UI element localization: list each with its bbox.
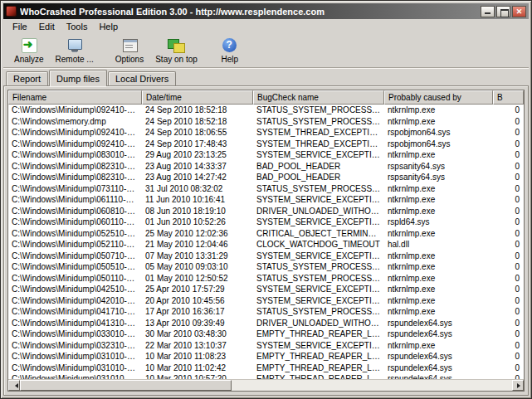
table-cell: ntkrnlmp.exe [384,251,493,262]
table-cell: 0 [493,373,524,379]
menu-bar: FileEditToolsHelp [3,19,529,34]
table-row[interactable]: C:\Windows\Minidump\060810-2036...08 Jun… [8,206,524,217]
table-row[interactable]: C:\Windows\memory.dmp24 Sep 2010 18:52:1… [8,116,524,128]
table-cell: 10 Mar 2010 11:02:42 [142,363,253,374]
tab-dump-files[interactable]: Dump files [49,70,107,86]
menu-help[interactable]: Help [93,20,124,33]
help-button[interactable]: Help [213,35,246,66]
table-row[interactable]: C:\Windows\Minidump\041310-2675...13 Apr… [8,318,524,329]
table-cell: 0 [493,172,524,183]
table-row[interactable]: C:\Windows\Minidump\050110-2257...01 May… [8,273,524,285]
tab-strip: ReportDump filesLocal Drivers [3,68,529,86]
close-button[interactable] [512,6,526,17]
table-row[interactable]: C:\Windows\Minidump\092410-2154...24 Sep… [8,105,524,116]
table-cell: C:\Windows\Minidump\041710-2463... [8,306,142,318]
options-button[interactable]: Options [110,35,149,66]
table-cell: 17 Apr 2010 16:36:17 [142,306,253,318]
column-header-bugcheck-name[interactable]: BugCheck name [253,90,384,105]
table-row[interactable]: C:\Windows\Minidump\092410-2361...24 Sep… [8,139,524,150]
table-row[interactable]: C:\Windows\Minidump\052110-2581...21 May… [8,239,524,251]
table-cell: 13 Apr 2010 09:39:49 [142,318,253,329]
table-row[interactable]: C:\Windows\Minidump\050510-2400...05 May… [8,261,524,273]
table-row[interactable]: C:\Windows\Minidump\060110-2341...01 Jun… [8,217,524,228]
table-row[interactable]: C:\Windows\Minidump\082310-2269...23 Aug… [8,172,524,183]
tab-report[interactable]: Report [6,71,48,85]
table-cell: 25 May 2010 12:02:36 [142,228,253,240]
column-header-date-time[interactable]: Date/time [142,90,253,105]
table-cell: 08 Jun 2010 18:19:10 [142,206,253,217]
table-row[interactable]: C:\Windows\Minidump\092410-1828...24 Sep… [8,127,524,139]
table-cell: 01 May 2010 12:50:52 [142,273,253,285]
table-cell: ntkrnlmp.exe [384,228,493,240]
table-cell: C:\Windows\Minidump\082310-2269... [8,172,142,183]
window-title: WhoCrashed Professional Edition 3.00 - h… [20,7,477,17]
table-row[interactable]: C:\Windows\Minidump\082310-2549...23 Aug… [8,161,524,173]
table-cell: C:\Windows\Minidump\092410-2154... [8,105,142,116]
table-cell: rspsanity64.sys [384,172,493,183]
maximize-button[interactable] [496,6,510,17]
table-cell: STATUS_SYSTEM_PROCESS_TERMI... [253,183,384,195]
table-cell: C:\Windows\Minidump\052510-2182... [8,228,142,240]
table-cell: SYSTEM_SERVICE_EXCEPTION [253,340,384,352]
menu-file[interactable]: File [7,20,33,33]
table-row[interactable]: C:\Windows\Minidump\073110-1552...31 Jul… [8,183,524,195]
table-cell: 0 [493,273,524,285]
column-header-b[interactable]: B [493,90,524,105]
remote-button[interactable]: Remote ... [50,35,100,66]
table-cell: SYSTEM_SERVICE_EXCEPTION [253,217,384,228]
table-cell: DRIVER_UNLOADED_WITHOUT_CA... [253,318,384,329]
table-cell: 0 [493,139,524,150]
menu-tools[interactable]: Tools [61,20,94,33]
table-cell: 24 Sep 2010 18:06:55 [142,127,253,139]
scroll-right-button[interactable] [512,380,524,391]
analyze-button[interactable]: Analyze [8,35,50,66]
table-row[interactable]: C:\Windows\Minidump\041710-2463...17 Apr… [8,306,524,318]
table-cell: ntkrnlmp.exe [384,261,493,273]
table-cell: 0 [493,363,524,374]
table-row[interactable]: C:\Windows\Minidump\031010-1643...10 Mar… [8,373,524,379]
scrollbar-track[interactable] [20,380,512,391]
table-cell: STATUS_SYSTEM_PROCESS_TERMI... [253,105,384,116]
horizontal-scrollbar[interactable] [8,379,524,391]
table-body: C:\Windows\Minidump\092410-2154...24 Sep… [8,105,524,379]
table-row[interactable]: C:\Windows\Minidump\083010-1953...29 Aug… [8,149,524,161]
table-cell: STATUS_SYSTEM_PROCESS_TERMI... [253,261,384,273]
scrollbar-thumb[interactable] [20,380,232,391]
table-cell: 23 Aug 2010 14:27:42 [142,172,253,183]
table-cell: 0 [493,206,524,217]
table-cell: 0 [493,217,524,228]
table-row[interactable]: C:\Windows\Minidump\042510-4360...25 Apr… [8,284,524,295]
table-cell: 29 Aug 2010 23:13:25 [142,149,253,161]
scroll-left-button[interactable] [8,380,20,391]
table-row[interactable]: C:\Windows\Minidump\032310-3154...22 Mar… [8,340,524,352]
stay-on-top-button[interactable]: Stay on top [149,35,203,66]
menu-edit[interactable]: Edit [33,20,61,33]
table-cell: rspundelex64.sys [384,318,493,329]
column-header-probably-caused-by[interactable]: Probably caused by [384,90,493,105]
table-row[interactable]: C:\Windows\Minidump\061110-2247...11 Jun… [8,194,524,206]
table-header: FilenameDate/timeBugCheck nameProbably c… [8,90,524,105]
table-row[interactable]: C:\Windows\Minidump\052510-2182...25 May… [8,228,524,240]
table-cell: EMPTY_THREAD_REAPER_LIST [253,373,384,379]
table-row[interactable]: C:\Windows\Minidump\042010-2822...20 Apr… [8,295,524,307]
table-cell: 07 May 2010 13:31:29 [142,251,253,262]
table-row[interactable]: C:\Windows\Minidump\033010-2630...30 Mar… [8,328,524,340]
table-cell: EMPTY_THREAD_REAPER_LIST [253,363,384,374]
table-cell: C:\Windows\memory.dmp [8,116,142,128]
titlebar[interactable]: WhoCrashed Professional Edition 3.00 - h… [3,3,529,19]
table-cell: 0 [493,340,524,352]
table-cell: rspld64.sys [384,217,493,228]
toolbar: AnalyzeRemote ...OptionsStay on topHelp [3,34,529,68]
minimize-button[interactable] [481,6,495,17]
table-row[interactable]: C:\Windows\Minidump\031010-2176...10 Mar… [8,363,524,374]
table-row[interactable]: C:\Windows\Minidump\050710-2661...07 May… [8,251,524,262]
table-cell: 0 [493,251,524,262]
column-header-filename[interactable]: Filename [8,90,142,105]
table-cell: C:\Windows\Minidump\031010-2176... [8,363,142,374]
table-row[interactable]: C:\Windows\Minidump\031010-1567...10 Mar… [8,351,524,363]
app-icon[interactable] [6,6,17,17]
table-cell: 0 [493,183,524,195]
tab-local-drivers[interactable]: Local Drivers [108,71,176,85]
table-cell: 0 [493,194,524,206]
table-cell: SYSTEM_SERVICE_EXCEPTION [253,284,384,295]
